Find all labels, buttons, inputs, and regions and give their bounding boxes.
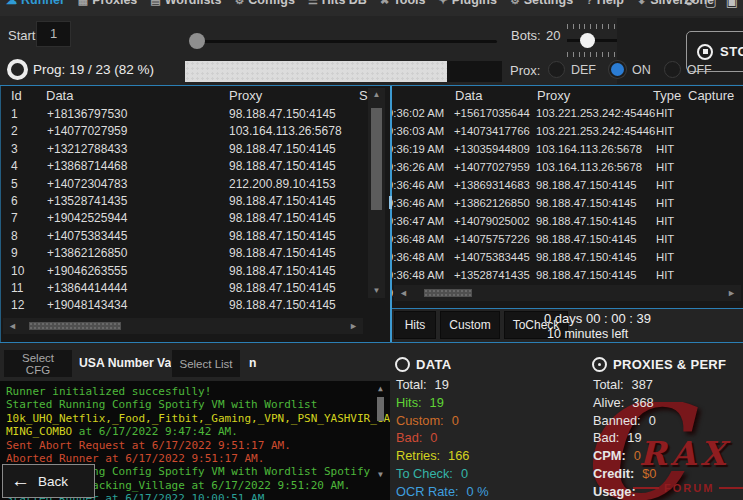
window-b-icon[interactable]: ▣ (726, 0, 738, 9)
start-input[interactable]: 1 (36, 21, 71, 47)
back-button[interactable]: ← Back (2, 464, 95, 498)
table-row[interactable]: 9:36:48 AM+1407575722698.188.47.150:4145… (392, 233, 743, 249)
tick-mark (596, 24, 597, 29)
refresh-icon[interactable]: ⟳ (685, 0, 696, 9)
stat-row: Hits:19 (396, 395, 444, 410)
scroll-down-icon[interactable]: ▼ (368, 286, 385, 296)
cell-time: 9:36:02 AM (392, 107, 444, 119)
menu-item-tools[interactable]: ✖Tools (380, 0, 426, 7)
table-row[interactable]: 6+1352874143598.188.47.150:4145 (1, 194, 391, 211)
table-row[interactable]: 9:36:47 AM+1407902500298.188.47.150:4145… (392, 215, 743, 231)
start-slider-thumb[interactable] (189, 33, 205, 49)
scroll-left-icon[interactable]: ◄ (399, 288, 408, 298)
scroll-up-icon[interactable]: ▲ (368, 90, 385, 100)
table-row[interactable]: 7+1904252594498.188.47.150:4145 (1, 211, 391, 228)
scroll-down-icon[interactable]: ▼ (374, 470, 387, 480)
cell-proxy: 98.188.47.150:4145 (536, 233, 637, 245)
menu-item-wordlists[interactable]: ▤Wordlists (150, 0, 221, 7)
stat-row: Usage: (593, 484, 644, 499)
table-row[interactable]: 9:36:46 AM+1386212685098.188.47.150:4145… (392, 197, 743, 213)
horizontal-scrollbar[interactable]: ◄ ► (394, 285, 741, 301)
log-scrollbar[interactable]: ▲ ▼ (374, 384, 387, 480)
table-row[interactable]: 12+1904814343498.188.47.150:4145 (1, 298, 391, 315)
hits-button[interactable]: Hits (394, 311, 436, 339)
tick-mark (567, 52, 568, 57)
table-row[interactable]: 9:36:26 AM+14077027959103.164.113.26:567… (392, 161, 743, 177)
scroll-right-icon[interactable]: ► (727, 288, 736, 298)
table-row[interactable]: 9:36:46 AM+1386931468398.188.47.150:4145… (392, 179, 743, 195)
tick-mark (614, 52, 615, 57)
tick-mark (584, 52, 585, 57)
table-row[interactable]: 9:36:02 AM+15617035644103.221.253.242:45… (392, 107, 743, 123)
menu-item-proxies[interactable]: ▦Proxies (78, 0, 138, 7)
table-row[interactable]: 9+1386212685098.188.47.150:4145 (1, 246, 391, 263)
cell-data: +19048143434 (47, 298, 127, 312)
table-row[interactable]: 10+1904626355598.188.47.150:4145 (1, 264, 391, 281)
scrollbar-thumb[interactable] (377, 397, 384, 421)
cell-data: +13035944809 (454, 143, 530, 155)
prox-on-label: ON (632, 63, 651, 77)
tick-mark (590, 52, 591, 57)
cell-type: HIT (656, 251, 674, 263)
scrollbar-thumb[interactable] (424, 289, 472, 297)
prox-off-label: OFF (687, 63, 712, 77)
cell-type: HIT (656, 197, 674, 209)
scrollbar-thumb[interactable] (371, 108, 382, 210)
stat-label: Credit: (593, 466, 634, 481)
bots-slider-thumb[interactable] (580, 33, 595, 48)
data-table: IdDataProxyS 1+1813679753098.188.47.150:… (0, 86, 391, 343)
cell-type: HIT (656, 215, 674, 227)
cell-proxy: 103.164.113.26:5678 (536, 161, 642, 173)
stat-row: Credit:$0 (593, 466, 656, 481)
table-row[interactable]: 5+14072304783212.200.89.10:4153 (1, 177, 391, 194)
table-row[interactable]: 9:36:48 AM+1407538344598.188.47.150:4145… (392, 251, 743, 267)
prox-off-radio[interactable] (664, 61, 681, 78)
runner-window: ☁Runner▦Proxies▤Wordlists⚙Configs☰Hits D… (0, 0, 743, 500)
table-row[interactable]: 9:36:19 AM+13035944809103.164.113.26:567… (392, 143, 743, 159)
select-config-button[interactable]: Select CFG (4, 350, 72, 377)
scroll-left-icon[interactable]: ◄ (8, 321, 17, 331)
start-slider[interactable] (190, 40, 497, 43)
cell-id: 11 (11, 281, 23, 295)
cell-time: 9:36:26 AM (392, 161, 444, 173)
stat-label: Total: (396, 377, 427, 392)
prox-def-radio[interactable] (548, 61, 565, 78)
table-row[interactable]: 9:36:03 AM+14073417766103.221.253.242:45… (392, 125, 743, 141)
cell-type: HIT (656, 233, 674, 245)
cell-id: 8 (11, 229, 18, 243)
prox-on-radio[interactable] (609, 61, 626, 78)
menu-item-settings[interactable]: ⚙Settings (510, 0, 573, 7)
cell-proxy: 98.188.47.150:4145 (229, 211, 336, 225)
select-list-button[interactable]: Select List (172, 350, 240, 377)
menu-item-runner[interactable]: ☁Runner (6, 0, 65, 7)
vertical-scrollbar[interactable]: ▲ ▼ (368, 88, 385, 298)
column-header: Id (11, 88, 22, 103)
table-row[interactable]: 1+1813679753098.188.47.150:4145 (1, 107, 391, 124)
menu-item-label: Plugins (452, 0, 497, 7)
stat-row: Total:387 (593, 377, 653, 392)
stat-label: To Check: (396, 466, 453, 481)
table-row[interactable]: 3+1321278843398.188.47.150:4145 (1, 142, 391, 159)
scroll-up-icon[interactable]: ▲ (374, 384, 387, 394)
table-row[interactable]: 9:36:48 AM+1352874143598.188.47.150:4145… (392, 269, 743, 285)
stop-icon (697, 44, 713, 60)
menu-item-label: Help (597, 0, 624, 7)
menu-item-label: Wordlists (165, 0, 222, 7)
table-row[interactable]: 4+1386871446898.188.47.150:4145 (1, 159, 391, 176)
scroll-right-icon[interactable]: ► (349, 321, 358, 331)
menu-item-hits-db[interactable]: ☰Hits DB (308, 0, 367, 7)
menu-item-help[interactable]: ?Help (586, 0, 624, 7)
column-header: Proxy (537, 88, 570, 103)
menu-item-configs[interactable]: ⚙Configs (234, 0, 294, 7)
horizontal-scrollbar[interactable]: ◄ ► (3, 318, 363, 334)
cell-proxy: 103.164.113.26:5678 (229, 124, 342, 138)
window-a-icon[interactable]: ▢ (704, 0, 716, 9)
table-row[interactable]: 11+1386441444498.188.47.150:4145 (1, 281, 391, 298)
custom-button[interactable]: Custom (440, 311, 500, 339)
cell-id: 6 (11, 194, 18, 208)
scrollbar-thumb[interactable] (29, 322, 121, 330)
table-row[interactable]: 2+14077027959103.164.113.26:5678 (1, 124, 391, 141)
table-row[interactable]: 8+1407538344598.188.47.150:4145 (1, 229, 391, 246)
menu-item-plugins[interactable]: ✦Plugins (439, 0, 497, 7)
cell-time: 9:36:03 AM (392, 125, 444, 137)
